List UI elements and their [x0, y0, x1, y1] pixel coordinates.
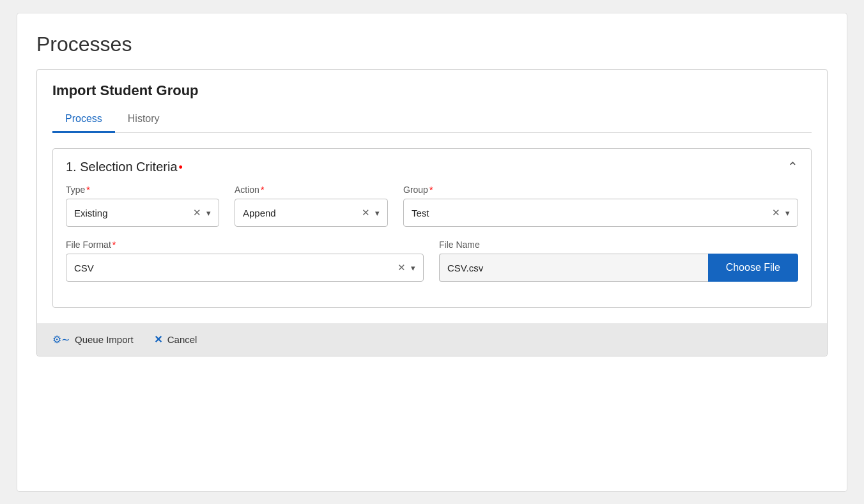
file-name-label: File Name [439, 240, 798, 250]
action-field-group: Action* Append ✕ ▾ [235, 185, 388, 227]
section-required-dot: • [179, 161, 183, 174]
action-select-value: Append [243, 208, 276, 218]
file-format-select-controls: ✕ ▾ [397, 262, 415, 273]
cancel-action[interactable]: ✕ Cancel [154, 333, 197, 346]
group-field-group: Group* Test ✕ ▾ [403, 185, 798, 227]
file-name-field-group: File Name Choose File [439, 240, 798, 282]
file-format-label: File Format* [66, 240, 424, 250]
file-format-select-value: CSV [74, 263, 94, 273]
cancel-label: Cancel [167, 334, 197, 345]
type-arrow-icon[interactable]: ▾ [206, 208, 211, 218]
tab-process[interactable]: Process [52, 107, 115, 133]
main-card: Import Student Group Process History 1. … [36, 69, 828, 356]
section-body: Type* Existing ✕ ▾ Action* [53, 185, 811, 307]
fields-row-1: Type* Existing ✕ ▾ Action* [66, 185, 798, 227]
cancel-icon: ✕ [154, 333, 162, 346]
action-label: Action* [235, 185, 388, 195]
fields-row-2: File Format* CSV ✕ ▾ File Name [66, 240, 798, 282]
type-select[interactable]: Existing ✕ ▾ [66, 199, 219, 227]
section-title-wrapper: 1. Selection Criteria• [66, 160, 183, 174]
group-select-controls: ✕ ▾ [772, 207, 790, 218]
tabs-bar: Process History [52, 107, 812, 133]
file-name-row: Choose File [439, 254, 798, 282]
group-clear-icon[interactable]: ✕ [772, 207, 780, 218]
section-title: 1. Selection Criteria [66, 160, 178, 174]
page-wrapper: Processes Import Student Group Process H… [17, 13, 847, 492]
file-format-select[interactable]: CSV ✕ ▾ [66, 254, 424, 282]
type-label: Type* [66, 185, 219, 195]
action-clear-icon[interactable]: ✕ [362, 207, 370, 218]
type-clear-icon[interactable]: ✕ [193, 207, 201, 218]
type-select-controls: ✕ ▾ [193, 207, 211, 218]
page-title: Processes [36, 33, 828, 56]
type-field-group: Type* Existing ✕ ▾ [66, 185, 219, 227]
card-title: Import Student Group [52, 82, 812, 99]
queue-import-icon: ⚙∼ [52, 333, 70, 346]
action-select[interactable]: Append ✕ ▾ [235, 199, 388, 227]
queue-import-label: Queue Import [75, 334, 134, 345]
type-select-value: Existing [74, 208, 108, 218]
card-footer: ⚙∼ Queue Import ✕ Cancel [37, 323, 827, 356]
file-name-input[interactable] [439, 254, 708, 282]
collapse-toggle[interactable]: ⌃ [787, 159, 798, 174]
action-select-controls: ✕ ▾ [362, 207, 380, 218]
group-select[interactable]: Test ✕ ▾ [403, 199, 798, 227]
choose-file-button[interactable]: Choose File [708, 254, 798, 282]
selection-criteria-section: 1. Selection Criteria• ⌃ Type* Existing … [52, 148, 812, 308]
section-header: 1. Selection Criteria• ⌃ [53, 149, 811, 185]
group-label: Group* [403, 185, 798, 195]
card-header: Import Student Group Process History [37, 70, 827, 133]
file-format-arrow-icon[interactable]: ▾ [411, 263, 415, 273]
action-arrow-icon[interactable]: ▾ [375, 208, 380, 218]
group-select-value: Test [412, 208, 429, 218]
file-format-field-group: File Format* CSV ✕ ▾ [66, 240, 424, 282]
tab-history[interactable]: History [115, 107, 173, 133]
queue-import-action[interactable]: ⚙∼ Queue Import [52, 333, 134, 346]
file-format-clear-icon[interactable]: ✕ [397, 262, 406, 273]
group-arrow-icon[interactable]: ▾ [785, 208, 790, 218]
